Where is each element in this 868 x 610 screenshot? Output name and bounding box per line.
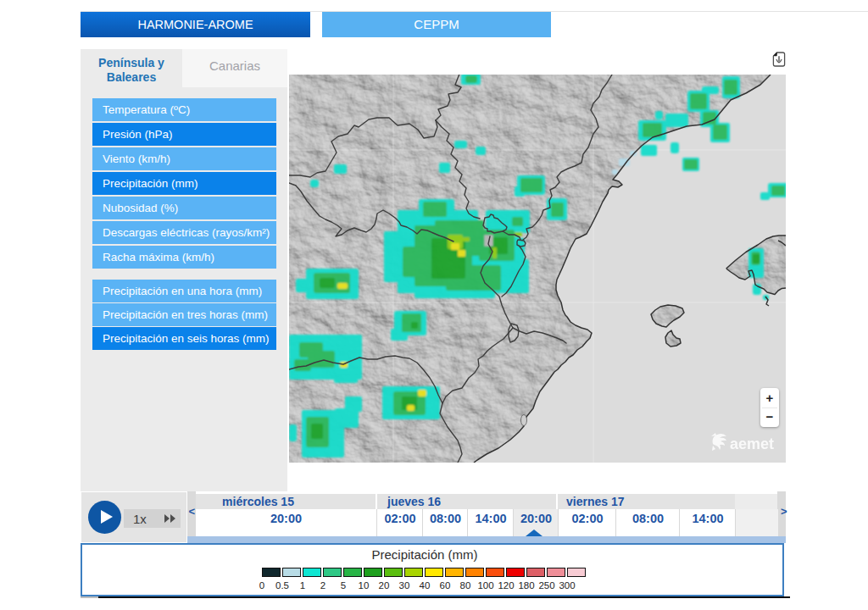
svg-text:aemet: aemet [730,435,774,452]
